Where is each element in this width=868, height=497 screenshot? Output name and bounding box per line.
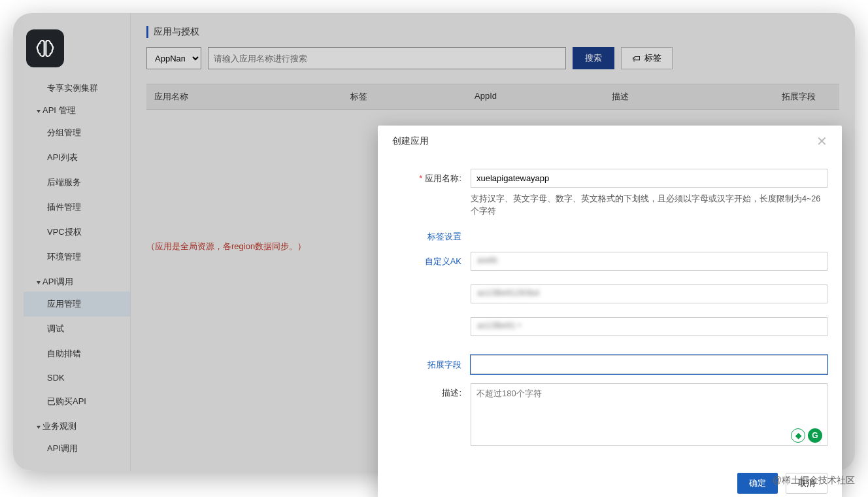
grammarly-check-icon: G — [808, 428, 822, 443]
create-app-modal: 创建应用 ✕ *应用名称: 支持汉字、英文字母、数字、英文格式的下划线，且必须以… — [378, 126, 842, 497]
ext-field-link[interactable]: 拓展字段 — [392, 355, 471, 371]
modal-close-button[interactable]: ✕ — [816, 135, 827, 148]
desc-textarea[interactable] — [471, 383, 827, 446]
watermark: @稀土掘金技术社区 — [773, 475, 855, 487]
ext-field-input[interactable] — [471, 355, 827, 374]
brain-icon — [35, 38, 56, 59]
custom-ak-link[interactable]: 自定义AK — [392, 252, 471, 267]
ak-input-1[interactable] — [471, 252, 827, 271]
name-hint: 支持汉字、英文字母、数字、英文格式的下划线，且必须以字母或汉字开始，长度限制为4… — [471, 193, 827, 218]
ak-input-3[interactable] — [471, 317, 827, 336]
tag-settings-link[interactable]: 标签设置 — [392, 227, 471, 243]
desc-label: 描述: — [392, 383, 471, 399]
modal-title: 创建应用 — [392, 135, 429, 147]
app-name-input[interactable] — [471, 169, 827, 188]
ai-assistant-button[interactable] — [26, 29, 64, 67]
name-label: *应用名称: — [392, 169, 471, 184]
confirm-button[interactable]: 确定 — [737, 473, 778, 494]
grammarly-icon: ◆ — [791, 428, 805, 443]
